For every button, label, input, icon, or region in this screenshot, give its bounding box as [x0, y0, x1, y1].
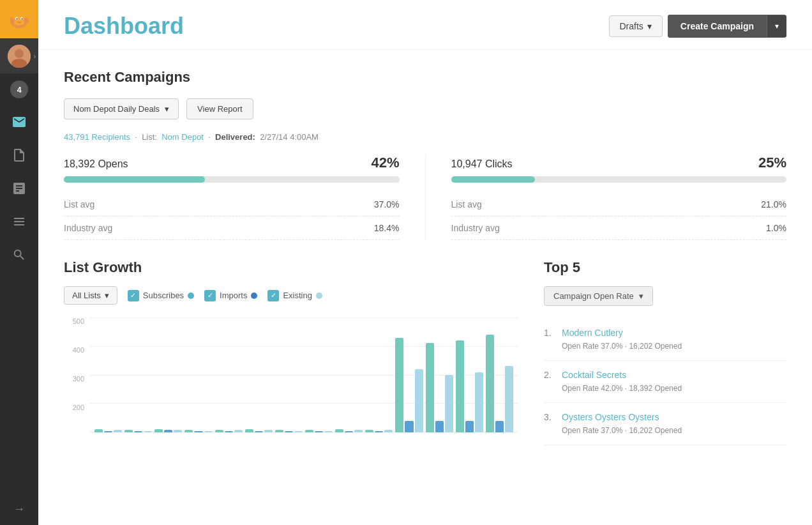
list-name-link[interactable]: Nom Depot [162, 132, 204, 142]
svg-point-7 [24, 17, 29, 24]
logo [0, 0, 38, 38]
sidebar-badge[interactable]: 4 [0, 73, 38, 105]
avatar-chevron-icon: › [34, 52, 36, 59]
drafts-chevron-icon: ▾ [647, 21, 652, 31]
rank-2: 2. [544, 370, 555, 393]
subscribes-label: Subscribes [143, 291, 184, 300]
subscribes-checkbox[interactable]: ✓ [128, 290, 139, 301]
bar-group [426, 317, 453, 432]
drafts-button[interactable]: Drafts ▾ [609, 15, 663, 37]
top5-list: 1. Modern Cutlery Open Rate 37.0% · 16,2… [544, 319, 786, 445]
top5-item-3-meta: Open Rate 37.0% · 16,202 Opened [562, 426, 682, 435]
sidebar-item-templates[interactable] [0, 139, 38, 172]
view-report-button[interactable]: View Report [186, 98, 253, 119]
rank-3: 3. [544, 412, 555, 436]
chart-inner [89, 317, 518, 445]
top5-item-1-link[interactable]: Modern Cutlery [562, 328, 682, 338]
list-growth-chart: 500 400 300 200 [64, 317, 518, 445]
opens-stat-block: 18,392 Opens 42% List avg 37.0% Industry… [64, 155, 425, 240]
all-lists-chevron-icon: ▾ [105, 291, 109, 300]
list-item: 2. Cocktail Secrets Open Rate 42.0% · 18… [544, 361, 786, 403]
clicks-progress-bg [451, 176, 787, 183]
create-campaign-button[interactable]: Create Campaign [668, 15, 767, 38]
opens-label: 18,392 Opens [64, 158, 128, 170]
existing-checkbox[interactable]: ✓ [267, 290, 279, 301]
svg-point-9 [15, 49, 24, 58]
open-rate-chevron-icon: ▾ [639, 291, 643, 301]
sidebar: › 4 → [0, 0, 38, 525]
sidebar-collapse-arrow[interactable]: → [0, 493, 38, 525]
campaign-name-chevron-icon: ▾ [165, 104, 169, 114]
svg-point-4 [17, 19, 18, 20]
bar-group [365, 317, 393, 432]
recipients-link[interactable]: 43,791 Recipients [64, 132, 130, 142]
chart-bars [89, 317, 518, 432]
top5-item-2-link[interactable]: Cocktail Secrets [562, 370, 682, 380]
sidebar-item-lists[interactable] [0, 205, 38, 238]
stats-row: 18,392 Opens 42% List avg 37.0% Industry… [64, 155, 786, 240]
opens-list-avg-row: List avg 37.0% [64, 193, 400, 217]
top5-controls: Campaign Open Rate ▾ [544, 286, 786, 306]
campaign-name-button[interactable]: Nom Depot Daily Deals ▾ [64, 98, 179, 119]
main-content: Dashboard Drafts ▾ Create Campaign ▾ Rec… [38, 0, 812, 525]
existing-label: Existing [283, 291, 312, 300]
top5-section: Top 5 Campaign Open Rate ▾ 1. Modern Cut… [544, 259, 786, 445]
clicks-industry-avg-row: Industry avg 1.0% [451, 217, 787, 240]
opens-industry-avg-val: 18.4% [374, 223, 400, 233]
imports-checkbox[interactable]: ✓ [204, 290, 216, 301]
bar-group [456, 317, 483, 432]
header-actions: Drafts ▾ Create Campaign ▾ [609, 15, 787, 38]
existing-dot [316, 293, 322, 299]
clicks-label: 10,947 Clicks [451, 158, 513, 170]
create-campaign-button-group: Create Campaign ▾ [668, 15, 786, 38]
legend-subscribes: ✓ Subscribes [128, 290, 194, 301]
bar-group [245, 317, 273, 432]
svg-point-5 [22, 19, 23, 20]
top5-item-2-meta: Open Rate 42.0% · 18,392 Opened [562, 384, 682, 393]
recent-campaigns-section: Recent Campaigns Nom Depot Daily Deals ▾… [64, 69, 786, 240]
bottom-section: List Growth All Lists ▾ ✓ Subscribes ✓ I… [64, 259, 786, 445]
avatar [8, 45, 31, 68]
campaign-open-rate-button[interactable]: Campaign Open Rate ▾ [544, 286, 653, 306]
create-campaign-dropdown-button[interactable]: ▾ [767, 15, 786, 37]
opens-industry-avg-row: Industry avg 18.4% [64, 217, 400, 240]
bar-group [124, 317, 152, 432]
bar-group [275, 317, 303, 432]
imports-dot [251, 293, 257, 299]
campaign-meta: 43,791 Recipients · List: Nom Depot · De… [64, 132, 786, 142]
badge-count: 4 [10, 80, 28, 98]
page-content: Recent Campaigns Nom Depot Daily Deals ▾… [38, 50, 812, 464]
top5-item-1-meta: Open Rate 37.0% · 16,202 Opened [562, 342, 682, 351]
sidebar-item-search[interactable] [0, 238, 38, 271]
bar-group [395, 317, 423, 432]
legend-existing: ✓ Existing [267, 290, 322, 301]
chart-controls: All Lists ▾ ✓ Subscribes ✓ Imports [64, 286, 518, 305]
campaign-controls: Nom Depot Daily Deals ▾ View Report [64, 98, 786, 119]
legend-imports: ✓ Imports [204, 290, 257, 301]
opens-list-avg-val: 37.0% [374, 199, 400, 209]
subscribes-dot [188, 293, 194, 299]
bar-group [94, 317, 122, 432]
top5-item-3-link[interactable]: Oysters Oysters Oysters [562, 412, 682, 422]
all-lists-button[interactable]: All Lists ▾ [64, 286, 117, 305]
page-header: Dashboard Drafts ▾ Create Campaign ▾ [38, 0, 812, 50]
clicks-list-avg-val: 21.0% [761, 199, 786, 209]
list-growth-section: List Growth All Lists ▾ ✓ Subscribes ✓ I… [64, 259, 518, 445]
list-item: 3. Oysters Oysters Oysters Open Rate 37.… [544, 403, 786, 445]
top5-title: Top 5 [544, 259, 786, 276]
imports-label: Imports [220, 291, 247, 300]
clicks-industry-avg-val: 1.0% [766, 223, 786, 233]
user-avatar-container[interactable]: › [0, 38, 38, 73]
opens-progress-bg [64, 176, 400, 183]
bar-group [305, 317, 333, 432]
sidebar-item-reports[interactable] [0, 172, 38, 205]
clicks-progress-fill [451, 176, 535, 183]
clicks-pct: 25% [758, 155, 786, 171]
bar-group [215, 317, 243, 432]
opens-pct: 42% [371, 155, 399, 171]
sidebar-item-campaigns[interactable] [0, 105, 38, 139]
rank-1: 1. [544, 328, 555, 351]
bar-group [335, 317, 363, 432]
bar-group [154, 317, 182, 432]
bar-group [486, 317, 513, 432]
